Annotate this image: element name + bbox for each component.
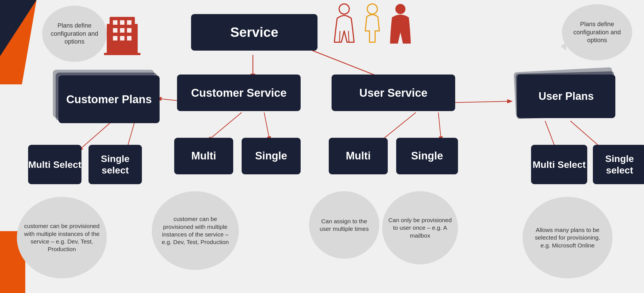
svg-rect-14 [132, 24, 138, 53]
svg-line-4 [264, 112, 270, 141]
svg-line-26 [339, 31, 340, 42]
svg-rect-24 [104, 53, 140, 55]
cs-single-node: Single [242, 138, 301, 174]
us-single-desc-tooltip: Can only be provisioned to user once – e… [382, 191, 458, 264]
customer-service-node: Customer Service [177, 75, 301, 111]
person-figures [332, 3, 413, 48]
svg-rect-18 [113, 28, 117, 33]
svg-line-27 [348, 31, 349, 42]
tooltip-tail-left [96, 44, 101, 52]
svg-point-29 [395, 4, 405, 14]
up-multi-node: Multi Select [531, 145, 587, 184]
svg-rect-23 [127, 36, 131, 40]
tooltip-tail-right [561, 42, 566, 51]
svg-rect-19 [120, 28, 124, 33]
svg-rect-15 [113, 20, 117, 25]
service-node: Service [191, 14, 318, 51]
diagram-container: Service [0, 0, 644, 293]
svg-line-7 [438, 112, 441, 141]
us-multi-node: Multi [329, 138, 388, 174]
svg-point-28 [367, 4, 377, 14]
building-icon [104, 8, 140, 57]
cp-multi-node: Multi Select [28, 145, 81, 184]
up-desc-tooltip: Allows many plans to be selected for pro… [523, 197, 613, 278]
svg-line-5 [450, 101, 511, 103]
svg-rect-22 [120, 36, 124, 40]
cp-single-node: Single select [89, 145, 142, 184]
svg-rect-17 [127, 20, 131, 25]
cs-multi-desc-tooltip: customer can be provisioned with multipl… [152, 191, 239, 270]
plans-tooltip-left: Plans define configuration and options [42, 6, 107, 62]
customer-plans-node: Customer Plans [58, 75, 160, 123]
cs-multi-node: Multi [174, 138, 233, 174]
corner-triangle [0, 0, 37, 56]
svg-line-3 [208, 112, 242, 141]
svg-rect-16 [120, 20, 124, 25]
svg-point-25 [339, 4, 349, 14]
svg-rect-13 [107, 24, 112, 53]
cp-desc-tooltip: customer can be provisioned with multipl… [17, 197, 107, 278]
up-single-node: Single select [593, 145, 644, 184]
us-single-node: Single [396, 138, 458, 174]
user-service-node: User Service [332, 75, 455, 111]
us-multi-desc-tooltip: Can assign to the user multiple times [309, 191, 379, 259]
svg-rect-20 [127, 28, 131, 33]
plans-tooltip-right: Plans define configuration and options [562, 4, 632, 60]
svg-rect-21 [113, 36, 117, 40]
user-plans-node: User Plans [517, 75, 615, 118]
